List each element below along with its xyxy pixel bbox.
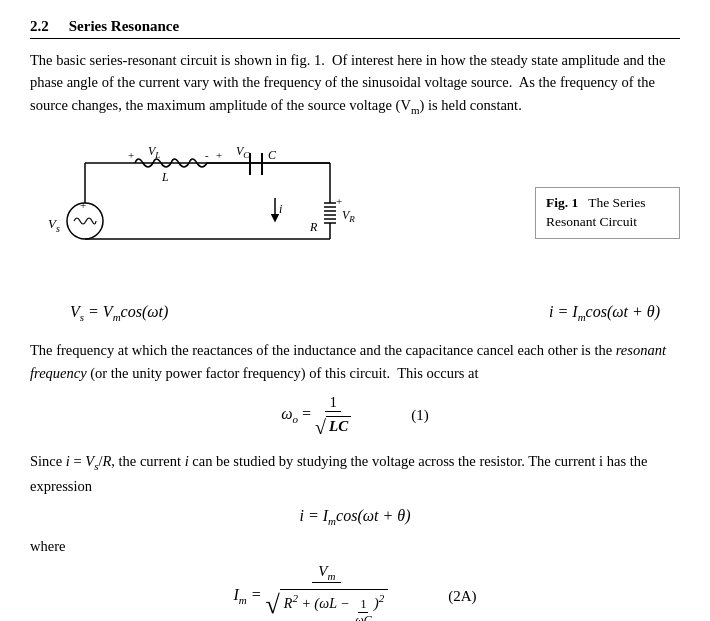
svg-text:+: + [128, 149, 134, 161]
svg-text:R: R [309, 220, 318, 234]
circuit-svg: Vs + VL + - L VC + [30, 133, 410, 288]
intro-text: The basic series-resonant circuit is sho… [30, 49, 680, 119]
where-label: where [30, 538, 680, 555]
section-header: 2.2 Series Resonance [30, 18, 680, 39]
Im-fraction: Vm √ R2 + (ωL − 1 ωC )2 [266, 563, 389, 621]
i-equation-top: i = Imcos(ωt + θ) [549, 303, 660, 323]
vs-equation: Vs = Vmcos(ωt) [70, 303, 168, 323]
fig-label: Fig. 1 [546, 195, 578, 210]
section-title: Series Resonance [69, 18, 179, 35]
svg-text:Vs: Vs [48, 216, 60, 234]
svg-text:i: i [279, 202, 282, 216]
svg-text:-: - [205, 149, 209, 161]
circuit-area: Vs + VL + - L VC + [30, 133, 680, 293]
svg-text:VL: VL [148, 144, 160, 160]
omega-numerator: 1 [325, 394, 341, 412]
omega-denominator: √LC [315, 413, 351, 436]
section-number: 2.2 [30, 18, 49, 35]
svg-text:+: + [216, 149, 222, 161]
svg-text:VC: VC [236, 144, 250, 160]
Im-formula-block: Im = Vm √ R2 + (ωL − 1 ωC )2 (2A) [30, 563, 680, 621]
Im-numerator: Vm [312, 563, 341, 583]
equation-number-2a: (2A) [448, 588, 476, 605]
omega-equation-block: ωo = 1 √LC (1) [30, 394, 680, 436]
since-text: Since i = Vs/R, the current i can be stu… [30, 450, 680, 497]
equation-number-1: (1) [411, 407, 429, 424]
Im-lhs: Im = [233, 586, 261, 606]
svg-text:C: C [268, 148, 277, 162]
circuit-diagram: Vs + VL + - L VC + [30, 133, 515, 293]
omega-equation: ωo = 1 √LC [281, 394, 351, 436]
equations-row: Vs = Vmcos(ωt) i = Imcos(ωt + θ) [30, 303, 680, 323]
svg-text:VR: VR [342, 208, 355, 224]
fig-caption-box: Fig. 1 The Series Resonant Circuit [535, 187, 680, 239]
svg-text:+: + [336, 195, 342, 207]
omega-fraction: 1 √LC [315, 394, 351, 436]
resonance-text: The frequency at which the reactances of… [30, 339, 680, 384]
center-equation: i = Imcos(ωt + θ) [30, 507, 680, 527]
Im-denominator: √ R2 + (ωL − 1 ωC )2 [266, 585, 389, 621]
svg-text:L: L [161, 170, 169, 184]
omega-symbol: ωo = [281, 405, 311, 425]
Im-equation: Im = Vm √ R2 + (ωL − 1 ωC )2 [233, 563, 388, 621]
